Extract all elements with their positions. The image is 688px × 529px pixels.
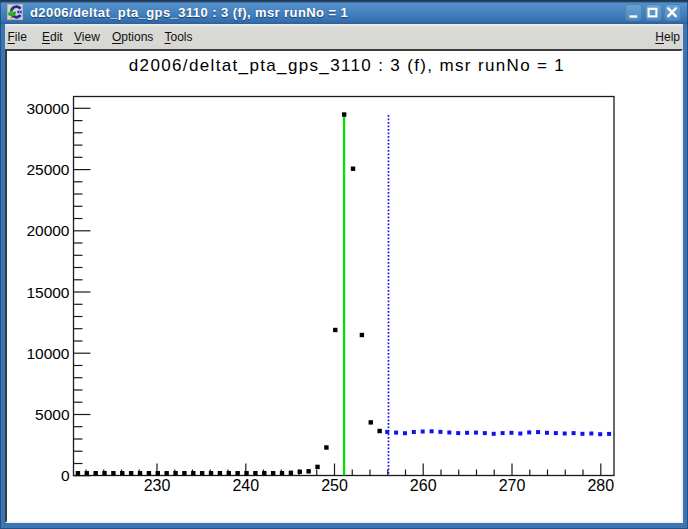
- svg-text:280: 280: [587, 477, 614, 494]
- svg-text:0: 0: [61, 467, 70, 484]
- svg-text:240: 240: [232, 477, 259, 494]
- svg-text:260: 260: [410, 477, 437, 494]
- svg-text:270: 270: [499, 477, 526, 494]
- svg-text:5000: 5000: [35, 406, 70, 423]
- svg-text:10000: 10000: [26, 345, 69, 362]
- svg-text:25000: 25000: [26, 161, 69, 178]
- svg-text:20000: 20000: [26, 222, 69, 239]
- svg-text:15000: 15000: [26, 284, 69, 301]
- svg-text:30000: 30000: [26, 100, 69, 117]
- svg-text:250: 250: [321, 477, 348, 494]
- svg-text:d2006/deltat_pta_gps_3110 : 3: d2006/deltat_pta_gps_3110 : 3 (f), msr r…: [129, 56, 565, 75]
- svg-text:230: 230: [144, 477, 171, 494]
